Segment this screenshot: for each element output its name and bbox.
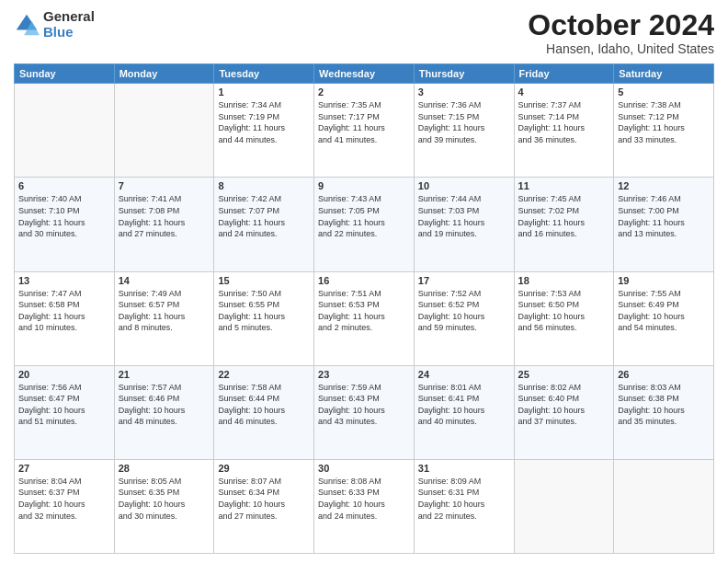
table-row: 1Sunrise: 7:34 AM Sunset: 7:19 PM Daylig… xyxy=(214,84,314,178)
day-info: Sunrise: 7:49 AM Sunset: 6:57 PM Dayligh… xyxy=(119,288,210,334)
day-info: Sunrise: 7:36 AM Sunset: 7:15 PM Dayligh… xyxy=(418,99,510,145)
day-number: 23 xyxy=(318,369,410,380)
table-row xyxy=(114,84,214,178)
table-row: 22Sunrise: 7:58 AM Sunset: 6:44 PM Dayli… xyxy=(214,365,314,459)
calendar-header-row: Sunday Monday Tuesday Wednesday Thursday… xyxy=(15,64,714,84)
title-month: October 2024 xyxy=(528,9,714,41)
day-info: Sunrise: 7:51 AM Sunset: 6:53 PM Dayligh… xyxy=(318,288,410,334)
table-row: 17Sunrise: 7:52 AM Sunset: 6:52 PM Dayli… xyxy=(414,271,514,365)
day-info: Sunrise: 7:55 AM Sunset: 6:49 PM Dayligh… xyxy=(618,288,710,334)
table-row: 4Sunrise: 7:37 AM Sunset: 7:14 PM Daylig… xyxy=(514,84,614,178)
table-row: 2Sunrise: 7:35 AM Sunset: 7:17 PM Daylig… xyxy=(314,84,415,178)
table-row: 7Sunrise: 7:41 AM Sunset: 7:08 PM Daylig… xyxy=(114,178,214,271)
day-info: Sunrise: 7:56 AM Sunset: 6:47 PM Dayligh… xyxy=(18,382,110,428)
day-number: 1 xyxy=(218,86,310,98)
table-row: 5Sunrise: 7:38 AM Sunset: 7:12 PM Daylig… xyxy=(614,84,714,178)
table-row: 27Sunrise: 8:04 AM Sunset: 6:37 PM Dayli… xyxy=(15,459,115,553)
day-number: 7 xyxy=(119,180,210,191)
page: General Blue October 2024 Hansen, Idaho,… xyxy=(0,0,728,563)
table-row: 26Sunrise: 8:03 AM Sunset: 6:38 PM Dayli… xyxy=(614,365,714,459)
calendar-week-row: 20Sunrise: 7:56 AM Sunset: 6:47 PM Dayli… xyxy=(15,365,714,459)
table-row: 15Sunrise: 7:50 AM Sunset: 6:55 PM Dayli… xyxy=(214,271,314,365)
day-number: 30 xyxy=(318,463,410,474)
day-number: 31 xyxy=(418,463,510,474)
day-number: 20 xyxy=(18,369,110,380)
day-number: 3 xyxy=(418,86,510,98)
day-number: 17 xyxy=(418,275,510,286)
logo-icon xyxy=(14,12,40,38)
table-row: 25Sunrise: 8:02 AM Sunset: 6:40 PM Dayli… xyxy=(514,365,614,459)
day-info: Sunrise: 8:08 AM Sunset: 6:33 PM Dayligh… xyxy=(318,476,410,522)
table-row: 10Sunrise: 7:44 AM Sunset: 7:03 PM Dayli… xyxy=(414,178,514,271)
day-number: 4 xyxy=(518,86,610,98)
day-number: 9 xyxy=(318,180,410,191)
day-number: 18 xyxy=(518,275,610,286)
day-number: 14 xyxy=(119,275,210,286)
logo: General Blue xyxy=(14,9,95,40)
calendar-week-row: 1Sunrise: 7:34 AM Sunset: 7:19 PM Daylig… xyxy=(15,84,714,178)
logo-general-label: General xyxy=(43,9,95,25)
day-number: 13 xyxy=(18,275,110,286)
day-number: 21 xyxy=(119,369,210,380)
day-number: 6 xyxy=(18,180,110,191)
day-number: 28 xyxy=(119,463,210,474)
table-row: 24Sunrise: 8:01 AM Sunset: 6:41 PM Dayli… xyxy=(414,365,514,459)
table-row: 28Sunrise: 8:05 AM Sunset: 6:35 PM Dayli… xyxy=(114,459,214,553)
col-monday: Monday xyxy=(114,64,214,84)
day-info: Sunrise: 8:09 AM Sunset: 6:31 PM Dayligh… xyxy=(418,476,510,522)
day-info: Sunrise: 8:04 AM Sunset: 6:37 PM Dayligh… xyxy=(18,476,110,522)
table-row: 14Sunrise: 7:49 AM Sunset: 6:57 PM Dayli… xyxy=(114,271,214,365)
table-row: 11Sunrise: 7:45 AM Sunset: 7:02 PM Dayli… xyxy=(514,178,614,271)
col-friday: Friday xyxy=(514,64,614,84)
day-info: Sunrise: 7:42 AM Sunset: 7:07 PM Dayligh… xyxy=(218,193,310,239)
day-info: Sunrise: 7:57 AM Sunset: 6:46 PM Dayligh… xyxy=(119,382,210,428)
day-number: 24 xyxy=(418,369,510,380)
table-row: 3Sunrise: 7:36 AM Sunset: 7:15 PM Daylig… xyxy=(414,84,514,178)
day-info: Sunrise: 7:53 AM Sunset: 6:50 PM Dayligh… xyxy=(518,288,610,334)
col-tuesday: Tuesday xyxy=(214,64,314,84)
day-number: 19 xyxy=(618,275,710,286)
table-row: 23Sunrise: 7:59 AM Sunset: 6:43 PM Dayli… xyxy=(314,365,415,459)
table-row xyxy=(614,459,714,553)
table-row: 9Sunrise: 7:43 AM Sunset: 7:05 PM Daylig… xyxy=(314,178,415,271)
day-info: Sunrise: 7:40 AM Sunset: 7:10 PM Dayligh… xyxy=(18,193,110,239)
day-number: 2 xyxy=(318,86,410,98)
table-row: 19Sunrise: 7:55 AM Sunset: 6:49 PM Dayli… xyxy=(614,271,714,365)
table-row: 13Sunrise: 7:47 AM Sunset: 6:58 PM Dayli… xyxy=(15,271,115,365)
table-row xyxy=(514,459,614,553)
day-number: 15 xyxy=(218,275,310,286)
day-info: Sunrise: 7:50 AM Sunset: 6:55 PM Dayligh… xyxy=(218,288,310,334)
day-info: Sunrise: 8:03 AM Sunset: 6:38 PM Dayligh… xyxy=(618,382,710,428)
day-info: Sunrise: 7:45 AM Sunset: 7:02 PM Dayligh… xyxy=(518,193,610,239)
day-number: 10 xyxy=(418,180,510,191)
day-info: Sunrise: 7:58 AM Sunset: 6:44 PM Dayligh… xyxy=(218,382,310,428)
day-info: Sunrise: 7:44 AM Sunset: 7:03 PM Dayligh… xyxy=(418,193,510,239)
logo-text: General Blue xyxy=(43,9,95,40)
table-row: 21Sunrise: 7:57 AM Sunset: 6:46 PM Dayli… xyxy=(114,365,214,459)
day-number: 12 xyxy=(618,180,710,191)
day-info: Sunrise: 7:37 AM Sunset: 7:14 PM Dayligh… xyxy=(518,99,610,145)
day-info: Sunrise: 8:07 AM Sunset: 6:34 PM Dayligh… xyxy=(218,476,310,522)
col-wednesday: Wednesday xyxy=(314,64,415,84)
header: General Blue October 2024 Hansen, Idaho,… xyxy=(14,9,714,56)
day-info: Sunrise: 7:47 AM Sunset: 6:58 PM Dayligh… xyxy=(18,288,110,334)
day-info: Sunrise: 7:46 AM Sunset: 7:00 PM Dayligh… xyxy=(618,193,710,239)
title-block: October 2024 Hansen, Idaho, United State… xyxy=(528,9,714,56)
day-info: Sunrise: 8:01 AM Sunset: 6:41 PM Dayligh… xyxy=(418,382,510,428)
day-info: Sunrise: 7:35 AM Sunset: 7:17 PM Dayligh… xyxy=(318,99,410,145)
table-row: 12Sunrise: 7:46 AM Sunset: 7:00 PM Dayli… xyxy=(614,178,714,271)
day-number: 11 xyxy=(518,180,610,191)
day-number: 26 xyxy=(618,369,710,380)
day-info: Sunrise: 7:52 AM Sunset: 6:52 PM Dayligh… xyxy=(418,288,510,334)
table-row: 30Sunrise: 8:08 AM Sunset: 6:33 PM Dayli… xyxy=(314,459,415,553)
table-row xyxy=(15,84,115,178)
table-row: 29Sunrise: 8:07 AM Sunset: 6:34 PM Dayli… xyxy=(214,459,314,553)
day-number: 5 xyxy=(618,86,710,98)
table-row: 8Sunrise: 7:42 AM Sunset: 7:07 PM Daylig… xyxy=(214,178,314,271)
day-info: Sunrise: 8:02 AM Sunset: 6:40 PM Dayligh… xyxy=(518,382,610,428)
logo-blue-label: Blue xyxy=(43,25,95,40)
col-saturday: Saturday xyxy=(614,64,714,84)
calendar-week-row: 6Sunrise: 7:40 AM Sunset: 7:10 PM Daylig… xyxy=(15,178,714,271)
calendar-week-row: 13Sunrise: 7:47 AM Sunset: 6:58 PM Dayli… xyxy=(15,271,714,365)
calendar-table: Sunday Monday Tuesday Wednesday Thursday… xyxy=(14,63,714,554)
